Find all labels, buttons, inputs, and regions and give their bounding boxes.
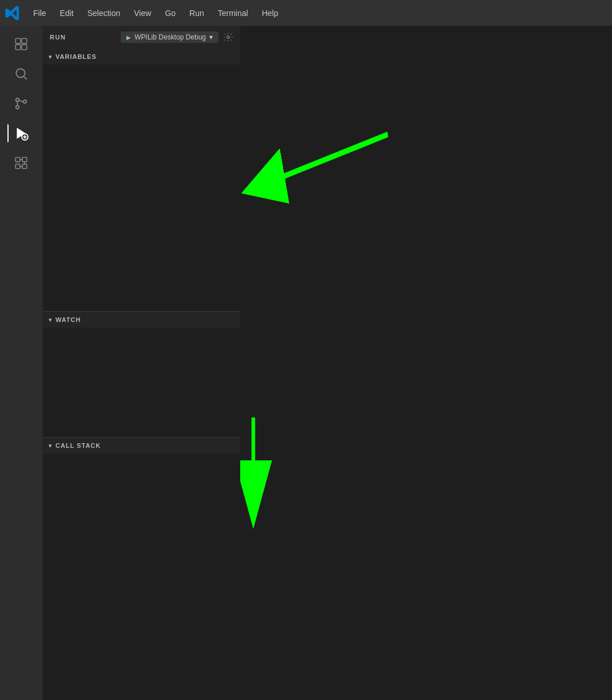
svg-rect-15	[15, 164, 20, 169]
svg-point-7	[16, 106, 19, 109]
variables-chevron-icon: ▾	[49, 53, 52, 61]
watch-content	[43, 328, 240, 437]
menu-view[interactable]: View	[128, 6, 157, 20]
watch-section: ▾ WATCH	[43, 311, 240, 437]
watch-section-title: WATCH	[55, 316, 81, 323]
watch-chevron-icon: ▾	[49, 316, 52, 324]
editor-area	[240, 26, 612, 700]
run-panel-header: RUN ▶ WPILib Desktop Debug ▾	[43, 26, 240, 49]
annotations-overlay	[240, 26, 612, 700]
menu-terminal[interactable]: Terminal	[212, 6, 254, 20]
activity-icon-source-control[interactable]	[7, 90, 35, 117]
svg-rect-3	[22, 45, 27, 50]
main-area: RUN ▶ WPILib Desktop Debug ▾ ▾ VA	[0, 26, 612, 700]
callstack-chevron-icon: ▾	[49, 442, 52, 450]
callstack-content	[43, 454, 240, 700]
menu-file[interactable]: File	[27, 6, 52, 20]
menu-items: File Edit Selection View Go Run Terminal…	[27, 6, 284, 20]
run-config-label: WPILib Desktop Debug	[134, 33, 206, 41]
svg-rect-0	[15, 38, 21, 43]
activity-icon-extensions[interactable]	[7, 149, 35, 177]
run-config-area: ▶ WPILib Desktop Debug ▾	[121, 31, 233, 43]
callstack-section: ▾ CALL STACK	[43, 437, 240, 700]
svg-point-20	[227, 36, 230, 39]
diagonal-arrow-annotation	[248, 134, 388, 190]
activity-bar	[0, 26, 43, 700]
svg-rect-2	[15, 45, 21, 50]
menu-go[interactable]: Go	[159, 6, 181, 20]
svg-point-8	[23, 100, 26, 103]
variables-content	[43, 65, 240, 311]
variables-section-header[interactable]: ▾ VARIABLES	[43, 49, 240, 65]
run-config-button[interactable]: ▶ WPILib Desktop Debug ▾	[121, 31, 218, 43]
menu-run[interactable]: Run	[184, 6, 210, 20]
callstack-section-header[interactable]: ▾ CALL STACK	[43, 438, 240, 454]
activity-icon-run-debug[interactable]	[7, 120, 35, 147]
variables-section-title: VARIABLES	[55, 53, 97, 60]
callstack-section-title: CALL STACK	[55, 442, 101, 449]
svg-rect-14	[22, 157, 27, 162]
run-settings-button[interactable]	[223, 32, 233, 42]
svg-rect-13	[15, 157, 20, 162]
svg-point-4	[16, 69, 25, 77]
variables-section: ▾ VARIABLES	[43, 49, 240, 311]
vscode-logo-icon	[5, 5, 21, 21]
menu-edit[interactable]: Edit	[54, 6, 80, 20]
run-panel-title: RUN	[50, 34, 66, 41]
svg-line-5	[24, 77, 27, 79]
menu-help[interactable]: Help	[256, 6, 284, 20]
play-icon: ▶	[126, 34, 131, 41]
activity-icon-explorer[interactable]	[7, 30, 35, 58]
config-dropdown-icon: ▾	[209, 33, 213, 41]
watch-section-header[interactable]: ▾ WATCH	[43, 312, 240, 328]
menu-selection[interactable]: Selection	[82, 6, 126, 20]
menubar: File Edit Selection View Go Run Terminal…	[0, 0, 612, 26]
svg-point-6	[16, 98, 19, 101]
svg-rect-16	[22, 164, 27, 169]
run-panel: RUN ▶ WPILib Desktop Debug ▾ ▾ VA	[43, 26, 240, 700]
svg-rect-1	[22, 38, 27, 43]
activity-icon-search[interactable]	[7, 60, 35, 88]
